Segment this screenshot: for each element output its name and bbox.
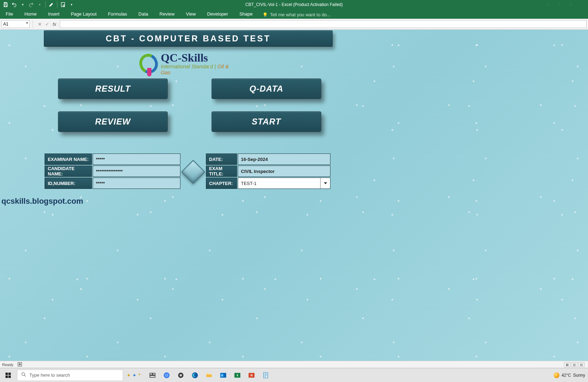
view-normal-icon[interactable]: ▦ [564, 362, 570, 367]
file-explorer-icon[interactable] [203, 369, 215, 381]
fbar-separator [33, 20, 33, 28]
tab-review[interactable]: Review [154, 10, 180, 19]
svg-rect-7 [8, 372, 11, 375]
formula-tools: ✕ ✓ fx [36, 22, 58, 27]
redo-icon[interactable] [28, 2, 34, 7]
svg-rect-20 [207, 375, 212, 377]
svg-rect-13 [150, 375, 155, 377]
weather-desc[interactable]: Sunny [573, 373, 585, 378]
examinar-name-value: ***** [93, 154, 180, 165]
row-id: ID,NUMBER: ***** [45, 178, 180, 189]
svg-rect-8 [6, 375, 8, 378]
tab-page-layout[interactable]: Page Layout [65, 10, 102, 19]
date-label: DATE: [206, 154, 237, 165]
sparkle-icon: ✦ [127, 372, 131, 378]
result-button[interactable]: RESULT [58, 79, 168, 99]
weather-temp[interactable]: 42°C [561, 373, 571, 378]
undo-icon[interactable] [11, 2, 17, 7]
candidate-name-label: CANDIDATE NAME: [45, 166, 92, 177]
taskbar-right: 42°C Sunny [554, 372, 587, 378]
tab-formulas[interactable]: Formulas [102, 10, 133, 19]
app-icon-generic[interactable] [175, 369, 187, 381]
row-exam-title: EXAM TITLE: CIVIL Inspector [206, 166, 330, 177]
svg-text:X: X [236, 374, 238, 377]
chapter-dropdown-caret[interactable] [320, 178, 330, 189]
powerpoint-icon[interactable]: N [246, 369, 258, 381]
cancel-icon[interactable]: ✕ [38, 22, 42, 27]
svg-rect-12 [153, 373, 155, 375]
macro-recorder-icon[interactable] [17, 361, 23, 368]
row-examinar: EXAMINAR NAME: ***** [45, 154, 180, 165]
tab-developer[interactable]: Developer [201, 10, 234, 19]
windows-taskbar: Type here to search ✦ ✦ ✦ O X N [0, 368, 588, 382]
svg-rect-6 [6, 372, 8, 375]
logo-line2: International Standard | Oil & Gas [161, 63, 235, 75]
id-number-value: ***** [93, 178, 180, 189]
outlook-icon[interactable]: O [217, 369, 229, 381]
tell-me-search[interactable]: 💡 Tell me what you want to do... [258, 11, 335, 19]
search-placeholder: Type here to search [29, 372, 70, 378]
fx-icon[interactable]: fx [53, 22, 56, 27]
ribbon-tabs: File Home Insert Page Layout Formulas Da… [0, 9, 588, 19]
svg-point-16 [166, 374, 168, 376]
start-button-win[interactable] [1, 368, 16, 382]
status-ready: Ready [2, 363, 13, 367]
worksheet-area[interactable]: CBT - COMPUTER BASED TEST QC-Skills Inte… [0, 30, 588, 361]
row-candidate: CANDIDATE NAME: *************** [45, 166, 180, 177]
excel-icon[interactable]: X [231, 369, 243, 381]
touch-mode-icon[interactable] [48, 2, 54, 7]
candidate-name-value: *************** [93, 166, 180, 177]
notepad-icon[interactable] [260, 369, 272, 381]
title-decoration [545, 1, 574, 8]
print-preview-icon[interactable] [60, 2, 66, 7]
svg-point-18 [180, 374, 182, 376]
exam-title-label: EXAM TITLE: [206, 166, 237, 177]
svg-rect-11 [150, 373, 152, 375]
svg-text:O: O [221, 374, 223, 376]
qat-customize-icon[interactable]: ▾ [69, 2, 74, 7]
tab-view[interactable]: View [180, 10, 201, 19]
logo-line1: QC-Skills [161, 52, 235, 63]
name-box-dropdown-icon[interactable]: ▼ [25, 21, 29, 25]
task-view-icon[interactable] [146, 369, 158, 381]
formula-input[interactable] [60, 20, 587, 28]
tab-file[interactable]: File [0, 10, 19, 19]
logo-tagline-1: International Standard [161, 63, 213, 69]
window-title: CBT_CIVIL-Vol-1 - Excel (Product Activat… [245, 2, 342, 7]
svg-rect-9 [8, 375, 11, 378]
start-button[interactable]: START [212, 111, 321, 132]
search-icon [21, 372, 27, 378]
taskbar-pinned-apps: O X N [144, 369, 274, 381]
chrome-icon[interactable] [161, 369, 173, 381]
tab-data[interactable]: Data [133, 10, 154, 19]
view-page-break-icon[interactable]: ▤ [578, 362, 584, 367]
tab-insert[interactable]: Insert [42, 10, 65, 19]
tab-shape[interactable]: Shape [234, 10, 259, 19]
info-right-column: DATE: 16-Sep-2024 EXAM TITLE: CIVIL Insp… [206, 154, 330, 190]
svg-text:N: N [250, 374, 253, 377]
chapter-dropdown[interactable]: TEST-1 [238, 178, 330, 189]
lightbulb-icon: 💡 [263, 12, 268, 17]
view-page-layout-icon[interactable]: ▥ [571, 362, 577, 367]
edge-icon[interactable] [189, 369, 201, 381]
info-panel: EXAMINAR NAME: ***** CANDIDATE NAME: ***… [45, 154, 330, 190]
formula-bar: A1 ▼ ✕ ✓ fx [0, 19, 588, 30]
tab-home[interactable]: Home [19, 10, 42, 19]
exam-title-value: CIVIL Inspector [238, 166, 330, 177]
id-number-label: ID,NUMBER: [45, 178, 92, 189]
redo-more-icon[interactable]: ▾ [37, 2, 42, 7]
save-icon[interactable] [3, 2, 8, 7]
qdata-button[interactable]: Q-DATA [212, 79, 321, 99]
cbt-title-banner: CBT - COMPUTER BASED TEST [44, 30, 333, 47]
quick-access-toolbar: ▾ ▾ ▾ [0, 1, 77, 8]
status-bar: Ready ▦ ▥ ▤ [0, 361, 588, 368]
name-box[interactable]: A1 ▼ [1, 20, 30, 28]
qc-skills-logo-text: QC-Skills International Standard | Oil &… [161, 52, 235, 75]
review-button[interactable]: REVIEW [58, 111, 168, 132]
sparkle-icon-3: ✦ [138, 372, 141, 378]
taskbar-search[interactable]: Type here to search [17, 370, 123, 381]
undo-more-icon[interactable]: ▾ [20, 2, 25, 7]
enter-icon[interactable]: ✓ [45, 22, 49, 27]
date-value: 16-Sep-2024 [238, 154, 330, 165]
chapter-selected-value: TEST-1 [241, 181, 256, 186]
